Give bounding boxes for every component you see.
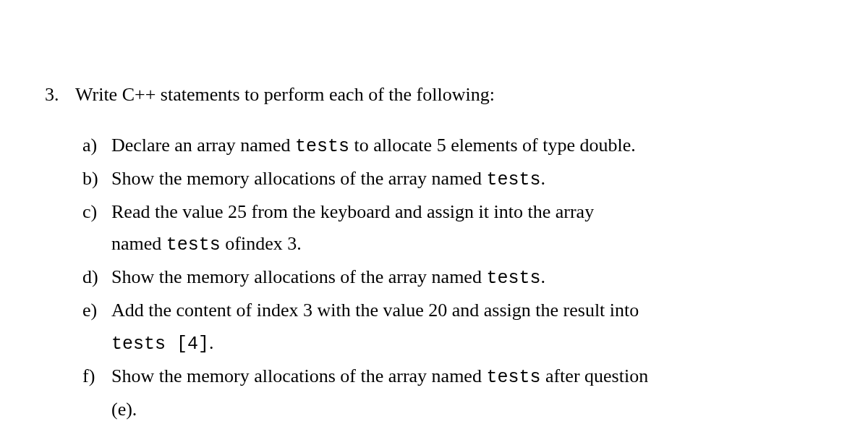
- item-b-part1: Show the memory allocations of the array…: [111, 168, 486, 189]
- item-a: a) Declare an array named tests to alloc…: [82, 130, 823, 161]
- item-f-line1-part2: after question: [540, 365, 648, 386]
- item-e-line2: tests [4].: [82, 328, 823, 359]
- item-f-line2: (e).: [82, 394, 823, 425]
- item-b-part2: .: [540, 168, 545, 189]
- item-a-part1: Declare an array named: [111, 135, 295, 156]
- item-d: d) Show the memory allocations of the ar…: [82, 262, 823, 293]
- item-b: b) Show the memory allocations of the ar…: [82, 164, 823, 195]
- item-c-label: c): [82, 197, 111, 227]
- item-b-text: Show the memory allocations of the array…: [111, 164, 823, 195]
- item-f-label: f): [82, 361, 111, 392]
- item-d-part1: Show the memory allocations of the array…: [111, 266, 486, 287]
- item-d-text: Show the memory allocations of the array…: [111, 262, 823, 293]
- item-a-label: a): [82, 130, 111, 161]
- document-content: 3. Write C++ statements to perform each …: [0, 0, 868, 440]
- item-e-label: e): [82, 295, 111, 326]
- item-f-line1-code: tests: [486, 367, 540, 388]
- sub-items-list: a) Declare an array named tests to alloc…: [45, 130, 823, 425]
- item-e-text: Add the content of index 3 with the valu…: [111, 295, 823, 326]
- question-number: 3.: [45, 80, 74, 110]
- item-c-line2-part1: named: [111, 233, 166, 254]
- item-f-line2-text: (e).: [111, 399, 137, 420]
- item-a-part2: to allocate 5 elements of type double.: [349, 135, 636, 156]
- item-b-code1: tests: [486, 169, 540, 190]
- question-text: Write C++ statements to perform each of …: [75, 80, 495, 110]
- item-d-code1: tests: [486, 268, 540, 289]
- item-e-line2-part2: .: [209, 332, 214, 353]
- item-c: c) Read the value 25 from the keyboard a…: [82, 197, 823, 227]
- item-e-line1: Add the content of index 3 with the valu…: [111, 300, 639, 321]
- item-e-line2-code: tests [4]: [111, 334, 209, 355]
- item-f: f) Show the memory allocations of the ar…: [82, 361, 823, 392]
- item-c-line2-part2: ofindex 3.: [221, 233, 302, 254]
- item-a-text: Declare an array named tests to allocate…: [111, 130, 823, 161]
- item-e: e) Add the content of index 3 with the v…: [82, 295, 823, 326]
- item-c-line1: Read the value 25 from the keyboard and …: [111, 201, 594, 222]
- item-d-label: d): [82, 262, 111, 292]
- item-f-text: Show the memory allocations of the array…: [111, 361, 823, 392]
- item-f-line1-part1: Show the memory allocations of the array…: [111, 365, 486, 386]
- item-c-line2: named tests ofindex 3.: [82, 229, 823, 260]
- item-d-part2: .: [540, 266, 545, 287]
- item-c-line2-code: tests: [166, 234, 221, 255]
- item-c-text: Read the value 25 from the keyboard and …: [111, 197, 823, 227]
- item-b-label: b): [82, 164, 111, 194]
- question-3: 3. Write C++ statements to perform each …: [45, 80, 823, 110]
- item-a-code1: tests: [295, 136, 349, 157]
